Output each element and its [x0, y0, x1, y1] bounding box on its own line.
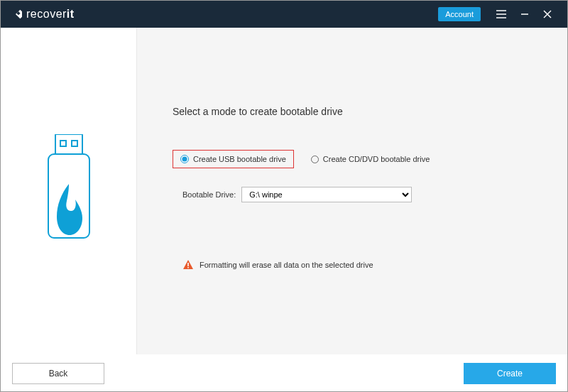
- drive-label: Bootable Drive:: [182, 190, 236, 199]
- drive-select[interactable]: G:\ winpe: [241, 187, 412, 202]
- main-area: Select a mode to create bootable drive C…: [1, 28, 567, 354]
- content-panel: Select a mode to create bootable drive C…: [137, 28, 567, 354]
- back-button[interactable]: Back: [12, 363, 104, 384]
- svg-rect-10: [72, 141, 77, 146]
- radio-cd-label: Create CD/DVD bootable drive: [323, 155, 430, 163]
- account-button[interactable]: Account: [438, 7, 481, 21]
- minimize-icon[interactable]: [520, 10, 529, 18]
- create-button[interactable]: Create: [464, 363, 556, 384]
- menu-icon[interactable]: [496, 10, 506, 18]
- warning-row: Formatting will erase all data on the se…: [182, 259, 532, 271]
- radio-cd-input[interactable]: [311, 156, 319, 163]
- svg-rect-12: [187, 263, 189, 266]
- footer: Back Create: [1, 354, 567, 392]
- radio-usb-input[interactable]: [180, 155, 189, 163]
- radio-usb[interactable]: Create USB bootable drive: [173, 150, 294, 168]
- svg-rect-8: [55, 134, 82, 154]
- close-icon[interactable]: [543, 10, 552, 18]
- warning-icon: [182, 259, 194, 271]
- heading: Select a mode to create bootable drive: [173, 106, 532, 117]
- side-panel: [1, 28, 137, 354]
- radio-cd[interactable]: Create CD/DVD bootable drive: [311, 155, 430, 163]
- logo-icon: [9, 8, 22, 21]
- radio-usb-label: Create USB bootable drive: [193, 155, 286, 163]
- title-bar: recoverit Account: [1, 1, 567, 28]
- logo: recoverit: [9, 8, 75, 21]
- bootable-drive-row: Bootable Drive: G:\ winpe: [182, 187, 532, 202]
- warning-text: Formatting will erase all data on the se…: [200, 261, 373, 269]
- mode-radio-row: Create USB bootable drive Create CD/DVD …: [173, 150, 532, 168]
- brand-text: recoverit: [26, 8, 75, 21]
- svg-rect-13: [187, 267, 189, 268]
- usb-drive-icon: [37, 134, 101, 248]
- svg-rect-9: [60, 141, 66, 146]
